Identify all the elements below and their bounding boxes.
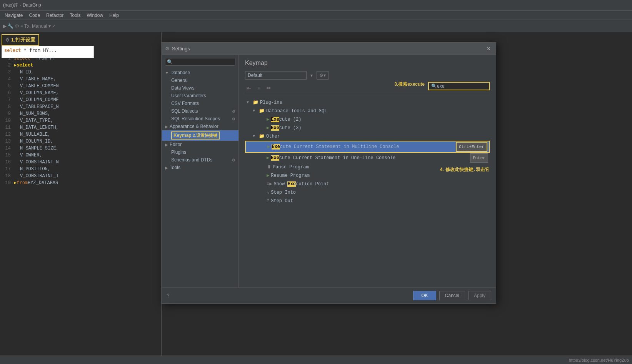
- sidebar-search-input[interactable]: [173, 59, 233, 65]
- settings-dialog: ⚙ Settings × 🔍 ▼ Database General Data V…: [162, 42, 496, 304]
- sidebar-item-sql-dialects[interactable]: SQL Dialects ⚙: [162, 107, 238, 115]
- dialog-title-text: Settings: [172, 46, 190, 52]
- sidebar-item-data-views[interactable]: Data Views: [162, 84, 238, 92]
- resume-icon: ▶: [267, 172, 269, 180]
- sidebar-item-sql-resolution-scopes[interactable]: SQL Resolution Scopes ⚙: [162, 115, 238, 123]
- sidebar-item-user-parameters[interactable]: User Parameters: [162, 92, 238, 100]
- menu-bar: Navigate Code Refactor Tools Window Help: [0, 11, 632, 20]
- sidebar-item-database[interactable]: ▼ Database: [162, 69, 238, 76]
- sidebar-item-tools[interactable]: ▶ Tools: [162, 164, 238, 171]
- status-url: https://blog.csdn.net/HuYingZuo: [569, 358, 629, 362]
- tree-execute-3[interactable]: ▶ ▶ Execute (3): [245, 124, 490, 132]
- step-out-icon: ↱: [267, 197, 269, 205]
- sidebar-item-appearance-behavior[interactable]: ▶ Appearance & Behavior: [162, 123, 238, 130]
- menu-code[interactable]: Code: [26, 11, 43, 20]
- dialog-sidebar: 🔍 ▼ Database General Data Views User Par…: [162, 55, 239, 288]
- menu-navigate[interactable]: Navigate: [2, 11, 26, 20]
- tree-pause[interactable]: ▶ ⏸ Pause Program: [245, 163, 490, 171]
- step-into-icon: ↳: [267, 189, 269, 196]
- shortcut-ctrl-enter: Ctrl+Enter: [456, 142, 487, 152]
- code-editor: 1select * from HY 2▶ select 3N_ID, 4V_TA…: [0, 53, 161, 188]
- play-icon-oneline: ▶: [267, 154, 269, 162]
- keymap-edit-button[interactable]: ✏: [265, 84, 273, 92]
- menu-help[interactable]: Help: [106, 11, 122, 20]
- status-bar: https://blog.csdn.net/HuYingZuo: [0, 356, 632, 364]
- play-icon-multiline: ▶: [267, 143, 270, 151]
- sidebar-item-editor[interactable]: ▶ Editor: [162, 141, 238, 148]
- apply-button[interactable]: Apply: [468, 291, 491, 300]
- keymap-tree: ▼ 📁 Plug-ins ▼ 📁 Database Tools and SQL …: [245, 98, 490, 205]
- keymap-gear-button[interactable]: ⚙▾: [317, 71, 329, 80]
- tree-other[interactable]: ▼ 📁 Other: [245, 132, 490, 141]
- tree-step-out[interactable]: ▶ ↱ Step Out: [245, 197, 490, 205]
- tree-execute-oneline[interactable]: ▶ ▶ Execute Current Statement in One-Lin…: [245, 153, 490, 163]
- play-icon-2: ▶: [267, 116, 269, 123]
- keymap-search-action-button[interactable]: ≡: [256, 84, 262, 92]
- keymap-indent-button[interactable]: ⇤: [245, 84, 253, 92]
- keymap-search-box[interactable]: 🔍: [428, 82, 490, 90]
- tree-execute-2[interactable]: ▶ ▶ Execute (2): [245, 115, 490, 124]
- execution-icon: ≡▶: [267, 180, 272, 188]
- keymap-label: Keymap 2.设置快捷键: [171, 131, 220, 140]
- dialog-body: 🔍 ▼ Database General Data Views User Par…: [162, 55, 496, 288]
- tree-show-execution[interactable]: ▶ ≡▶ Show Execution Point: [245, 180, 490, 188]
- dialog-close-button[interactable]: ×: [485, 45, 493, 53]
- keymap-title: Keymap: [245, 60, 490, 66]
- play-icon-3: ▶: [267, 124, 269, 132]
- sidebar-search[interactable]: 🔍: [165, 58, 235, 66]
- annotation3-text: 3.搜索execute: [394, 81, 425, 88]
- dialog-content: Keymap Default ▼ ⚙▾ ⇤ ≡ ✏ 🔍: [239, 55, 496, 288]
- tree-step-into[interactable]: ▶ ↳ Step Into: [245, 188, 490, 197]
- annotation1-label: 1.打开设置: [11, 37, 35, 43]
- main-area: ⚙ 1.打开设置 select * from HY... 1select * f…: [0, 32, 632, 364]
- sidebar-item-schemas-dtds[interactable]: Schemas and DTDs ⚙: [162, 156, 238, 164]
- keymap-controls: Default ▼ ⚙▾: [245, 71, 490, 80]
- menu-window[interactable]: Window: [83, 11, 106, 20]
- title-bar-text: (hao)库 - DataGrip: [3, 2, 41, 8]
- dialog-title: ⚙ Settings: [165, 46, 190, 52]
- footer-buttons: OK Cancel Apply: [413, 291, 491, 300]
- tree-plugins[interactable]: ▼ 📁 Plug-ins: [245, 98, 490, 107]
- tree-execute-multiline[interactable]: ▶ ▶ Execute Current Statement in Multili…: [245, 141, 490, 153]
- menu-refactor[interactable]: Refactor: [43, 11, 67, 20]
- toolbar: ▶ 🔧 ⚙ ≡ Tx: Manual ▾ ✓: [0, 20, 632, 32]
- code-panel: ⚙ 1.打开设置 select * from HY... 1select * f…: [0, 32, 162, 364]
- sidebar-item-plugins[interactable]: Plugins: [162, 148, 238, 156]
- title-bar: (hao)库 - DataGrip: [0, 0, 632, 11]
- tree-database-tools[interactable]: ▼ 📁 Database Tools and SQL: [245, 107, 490, 115]
- ok-button[interactable]: OK: [413, 291, 436, 300]
- help-button[interactable]: ?: [167, 293, 170, 299]
- sidebar-item-general[interactable]: General: [162, 76, 238, 84]
- sidebar-item-csv-formats[interactable]: CSV Formats: [162, 100, 238, 107]
- dialog-title-bar: ⚙ Settings ×: [162, 43, 496, 55]
- keymap-dropdown-arrow: ▼: [310, 73, 313, 78]
- sidebar-item-keymap[interactable]: Keymap 2.设置快捷键: [162, 130, 238, 141]
- dialog-footer: ? OK Cancel Apply: [162, 288, 496, 303]
- search-icon: 🔍: [431, 83, 437, 89]
- shortcut-enter: Enter: [470, 153, 488, 163]
- menu-tools[interactable]: Tools: [67, 11, 83, 20]
- tree-resume[interactable]: ▶ ▶ Resume Program: [245, 171, 490, 180]
- pause-icon: ⏸: [267, 163, 271, 171]
- cancel-button[interactable]: Cancel: [439, 291, 465, 300]
- search-autocomplete: select * from HY...: [2, 46, 94, 58]
- keymap-search-input[interactable]: [437, 83, 487, 89]
- keymap-select[interactable]: Default: [245, 71, 307, 80]
